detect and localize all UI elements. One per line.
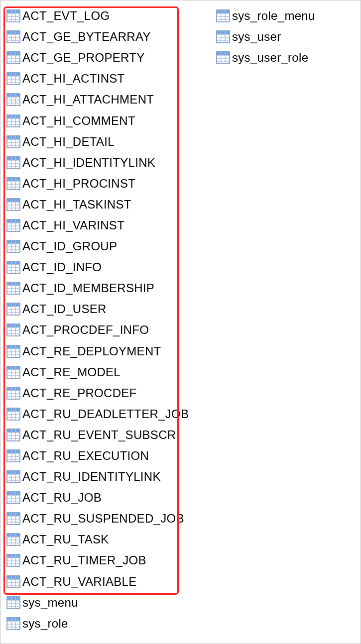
table-item[interactable]: ACT_HI_COMMENT — [6, 110, 189, 131]
table-item[interactable]: ACT_GE_BYTEARRAY — [6, 26, 189, 47]
table-item-label: ACT_RU_IDENTITYLINK — [22, 470, 161, 484]
svg-rect-106 — [7, 324, 19, 327]
table-item-label: ACT_HI_IDENTITYLINK — [22, 156, 155, 170]
table-item[interactable]: ACT_ID_INFO — [6, 257, 189, 278]
table-item-label: sys_role — [22, 617, 68, 631]
table-item-label: ACT_RU_TIMER_JOB — [22, 553, 146, 567]
table-item[interactable]: ACT_RU_EXECUTION — [6, 445, 189, 466]
table-item[interactable]: ACT_ID_MEMBERSHIP — [6, 278, 189, 299]
table-icon — [216, 30, 230, 43]
table-icon — [6, 51, 20, 64]
table-icon — [6, 512, 20, 525]
table-item[interactable]: ACT_RE_PROCDEF — [6, 383, 189, 404]
table-icon — [6, 282, 20, 295]
table-item-label: sys_user_role — [232, 51, 308, 65]
table-item[interactable]: ACT_HI_PROCINST — [6, 173, 189, 194]
table-item-label: ACT_ID_INFO — [22, 260, 102, 274]
svg-rect-183 — [7, 555, 19, 558]
table-item[interactable]: sys_role — [6, 613, 189, 634]
svg-rect-162 — [7, 492, 19, 495]
table-item-label: ACT_HI_DETAIL — [22, 135, 115, 149]
table-list-column-2: sys_role_menusys_usersys_user_role — [216, 5, 315, 68]
svg-rect-29 — [7, 94, 19, 97]
table-item[interactable]: ACT_EVT_LOG — [6, 5, 189, 26]
table-icon — [6, 617, 20, 630]
svg-rect-22 — [7, 73, 19, 76]
table-item-label: ACT_RU_TASK — [22, 533, 109, 546]
table-item[interactable]: ACT_RE_MODEL — [6, 362, 189, 383]
table-item[interactable]: ACT_PROCDEF_INFO — [6, 320, 189, 340]
table-icon — [6, 491, 20, 504]
table-item-label: sys_user — [232, 30, 281, 44]
table-item[interactable]: sys_user_role — [216, 47, 315, 68]
svg-rect-148 — [7, 450, 19, 453]
table-item[interactable]: ACT_ID_USER — [6, 299, 189, 320]
table-item[interactable]: sys_menu — [6, 592, 189, 613]
table-icon — [6, 219, 20, 232]
table-item-label: ACT_RU_DEADLETTER_JOB — [22, 407, 189, 421]
table-item[interactable]: ACT_HI_ATTACHMENT — [6, 89, 189, 110]
table-item[interactable]: ACT_RU_SUSPENDED_JOB — [6, 508, 189, 529]
table-item-label: ACT_EVT_LOG — [22, 9, 110, 23]
table-item[interactable]: ACT_HI_VARINST — [6, 215, 189, 236]
table-item-label: ACT_RU_EVENT_SUBSCR — [22, 428, 176, 442]
svg-rect-141 — [7, 429, 19, 432]
table-icon — [6, 323, 20, 336]
svg-rect-78 — [7, 241, 19, 244]
table-item[interactable]: ACT_RU_JOB — [6, 487, 189, 508]
table-item[interactable]: ACT_RE_DEPLOYMENT — [6, 341, 189, 362]
table-item[interactable]: ACT_HI_IDENTITYLINK — [6, 152, 189, 173]
table-icon — [6, 387, 20, 400]
table-item[interactable]: ACT_RU_EVENT_SUBSCR — [6, 425, 189, 445]
table-item[interactable]: ACT_RU_VARIABLE — [6, 571, 189, 592]
table-item[interactable]: ACT_HI_TASKINST — [6, 194, 189, 215]
table-icon — [6, 114, 20, 127]
table-item[interactable]: ACT_HI_DETAIL — [6, 131, 189, 152]
table-icon — [6, 345, 20, 358]
svg-rect-190 — [7, 576, 19, 579]
svg-rect-15 — [7, 52, 19, 55]
table-icon — [6, 198, 20, 211]
svg-rect-155 — [7, 471, 19, 474]
table-icon — [216, 9, 230, 22]
svg-rect-113 — [7, 345, 19, 348]
table-item-label: ACT_PROCDEF_INFO — [22, 323, 149, 337]
table-icon — [6, 177, 20, 190]
table-item[interactable]: ACT_ID_GROUP — [6, 236, 189, 257]
table-item-label: ACT_HI_VARINST — [22, 218, 124, 232]
table-item[interactable]: sys_user — [216, 26, 315, 47]
svg-rect-211 — [217, 10, 229, 13]
svg-rect-50 — [7, 157, 19, 160]
table-item[interactable]: ACT_RU_TIMER_JOB — [6, 550, 189, 571]
svg-rect-218 — [217, 31, 229, 34]
svg-rect-120 — [7, 366, 19, 369]
table-item[interactable]: ACT_RU_TASK — [6, 529, 189, 550]
table-item-label: ACT_HI_TASKINST — [22, 198, 131, 212]
table-item[interactable]: ACT_HI_ACTINST — [6, 68, 189, 89]
table-item-label: ACT_ID_GROUP — [22, 239, 117, 253]
svg-rect-71 — [7, 220, 19, 223]
table-item[interactable]: sys_role_menu — [216, 5, 315, 26]
table-item-label: ACT_ID_MEMBERSHIP — [22, 281, 154, 295]
table-icon — [6, 303, 20, 316]
table-icon — [6, 93, 20, 106]
table-item-label: ACT_GE_PROPERTY — [22, 51, 144, 65]
table-item-label: ACT_ID_USER — [22, 302, 107, 316]
table-icon — [6, 30, 20, 43]
svg-rect-197 — [7, 597, 19, 600]
svg-rect-92 — [7, 283, 19, 286]
table-icon — [6, 408, 20, 421]
table-item[interactable]: ACT_RU_DEADLETTER_JOB — [6, 404, 189, 425]
table-icon — [6, 156, 20, 169]
svg-rect-225 — [217, 52, 229, 55]
table-icon — [6, 240, 20, 253]
table-icon — [6, 135, 20, 148]
table-item-label: ACT_RU_JOB — [22, 491, 102, 505]
svg-rect-127 — [7, 388, 19, 391]
table-item[interactable]: ACT_GE_PROPERTY — [6, 47, 189, 68]
svg-rect-85 — [7, 262, 19, 265]
table-icon — [6, 575, 20, 588]
table-icon — [6, 470, 20, 483]
table-item-label: sys_menu — [22, 596, 78, 610]
table-item[interactable]: ACT_RU_IDENTITYLINK — [6, 466, 189, 487]
